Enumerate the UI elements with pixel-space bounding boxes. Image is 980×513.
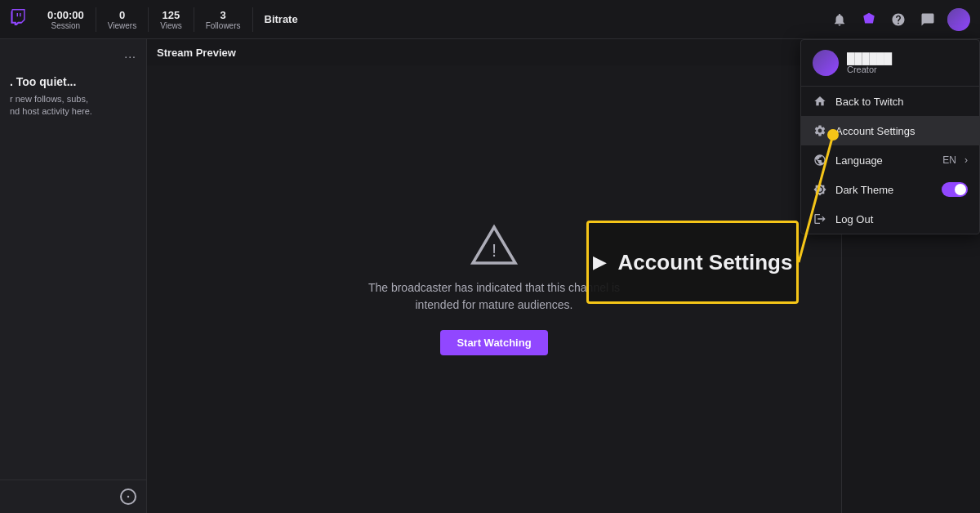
language-value: EN [942, 154, 956, 166]
preview-header: Stream Preview ... [147, 39, 841, 65]
help-icon[interactable] [889, 10, 908, 29]
log-out-item[interactable]: Log Out [801, 204, 979, 234]
topbar-right [830, 8, 970, 31]
moon-icon [813, 182, 827, 197]
account-settings-highlight-label: Account Settings [610, 250, 793, 275]
dropdown-avatar [813, 50, 839, 76]
dark-theme-label: Dark Theme [835, 184, 933, 196]
chat-icon[interactable] [918, 10, 938, 29]
account-settings-label: Account Settings [835, 125, 968, 137]
account-settings-highlight-box: ▶ Account Settings [586, 221, 799, 304]
topbar-left: 0:00:00 Session 0 Viewers 125 Views 3 Fo… [10, 7, 310, 32]
log-out-label: Log Out [835, 213, 968, 225]
warning-icon: ! [470, 224, 519, 266]
language-item[interactable]: Language EN › [801, 145, 979, 175]
avatar[interactable] [947, 8, 970, 31]
dropdown-user-details: ██████ Creator [847, 52, 892, 74]
stat-bitrate: Bitrate [253, 11, 310, 27]
left-panel-footer [0, 480, 146, 513]
svg-text:!: ! [492, 240, 497, 261]
back-to-twitch-item[interactable]: Back to Twitch [801, 87, 979, 116]
highlight-arrow: ▶ [593, 252, 607, 273]
left-panel-menu-button[interactable]: ... [124, 47, 136, 60]
language-label: Language [835, 154, 934, 167]
chevron-right-icon: › [964, 154, 968, 166]
left-panel-header: ... [0, 39, 146, 69]
left-panel-content: . Too quiet... r new follows, subs, nd h… [0, 69, 146, 480]
dropdown-username: ██████ [847, 52, 892, 65]
topbar-stats: 0:00:00 Session 0 Viewers 125 Views 3 Fo… [36, 7, 310, 32]
dark-theme-toggle[interactable] [942, 182, 968, 197]
notifications-icon[interactable] [830, 10, 849, 29]
mature-content-notice: The broadcaster has indicated that this … [363, 279, 625, 314]
home-icon [813, 94, 827, 109]
start-watching-button[interactable]: Start Watching [440, 330, 547, 355]
left-panel: ... . Too quiet... r new follows, subs, … [0, 39, 147, 513]
crown-icon[interactable] [859, 10, 879, 29]
toggle-knob [955, 184, 966, 195]
topbar: 0:00:00 Session 0 Viewers 125 Views 3 Fo… [0, 0, 980, 39]
stat-followers: 3 Followers [194, 7, 253, 32]
back-to-twitch-label: Back to Twitch [835, 96, 968, 108]
dropdown-user-info: ██████ Creator [801, 40, 979, 87]
twitch-logo [10, 9, 26, 30]
gear-icon [813, 123, 827, 138]
stat-session: 0:00:00 Session [36, 7, 96, 32]
logout-icon [813, 212, 827, 226]
too-quiet-title: . Too quiet... [10, 75, 136, 88]
dropdown-role: Creator [847, 65, 892, 74]
dropdown-menu: ██████ Creator Back to Twitch Account Se… [800, 39, 980, 234]
svg-point-0 [127, 496, 130, 498]
globe-icon [813, 153, 827, 167]
too-quiet-desc: r new follows, subs, nd host activity he… [10, 93, 136, 118]
preview-title: Stream Preview [157, 47, 236, 59]
account-settings-item[interactable]: Account Settings [801, 116, 979, 145]
stat-views: 125 Views [149, 7, 194, 32]
stat-viewers: 0 Viewers [96, 7, 149, 32]
left-settings-button[interactable] [120, 488, 136, 505]
dark-theme-item[interactable]: Dark Theme [801, 175, 979, 204]
